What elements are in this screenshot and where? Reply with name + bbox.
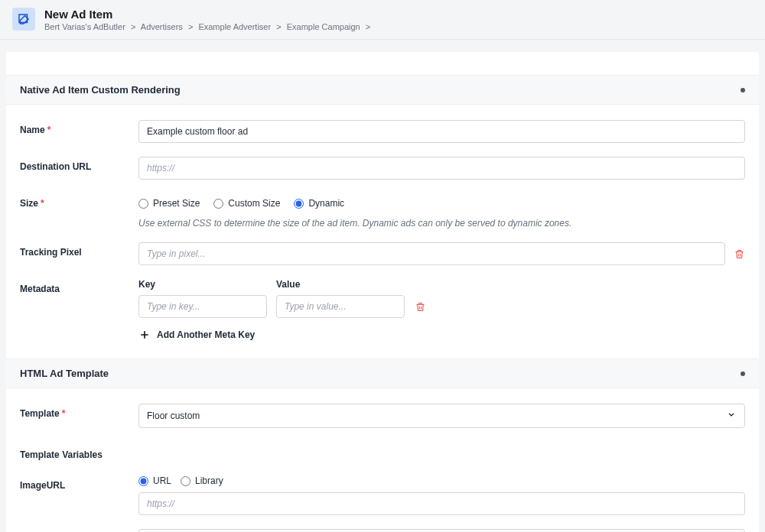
imageurl-option-url[interactable]: URL [138, 475, 171, 486]
breadcrumb: Bert Varias's AdButler > Advertisers > E… [44, 22, 373, 31]
plus-icon [138, 329, 151, 341]
imageurl-input[interactable] [138, 492, 745, 515]
label-html-script: HTML / Script (read-only) [20, 529, 138, 532]
section-title: HTML Ad Template [20, 368, 109, 379]
destination-url-input[interactable] [138, 157, 745, 180]
section-title: Native Ad Item Custom Rendering [20, 84, 181, 96]
metadata-key-input[interactable] [138, 295, 267, 318]
size-radio-group: Preset Size Custom Size Dynamic [138, 193, 745, 213]
breadcrumb-item[interactable]: Advertisers [141, 22, 183, 31]
imageurl-option-library[interactable]: Library [181, 475, 223, 486]
trash-icon [734, 248, 745, 260]
status-dot-icon [741, 88, 745, 92]
metadata-key-heading: Key [138, 279, 267, 290]
trash-icon [415, 301, 426, 313]
metadata-value-input[interactable] [276, 295, 405, 318]
section-header-template: HTML Ad Template [6, 358, 759, 388]
label-metadata: Metadata [20, 279, 138, 294]
page-title: New Ad Item [44, 8, 373, 21]
imageurl-radio-group: URL Library [138, 475, 745, 486]
tracking-pixel-input[interactable] [138, 242, 725, 265]
name-input[interactable] [138, 120, 745, 143]
breadcrumb-item[interactable]: Example Campaign [287, 22, 360, 31]
page-header: New Ad Item Bert Varias's AdButler > Adv… [0, 0, 765, 40]
template-select[interactable]: Floor custom [138, 404, 745, 428]
size-option-preset[interactable]: Preset Size [138, 198, 200, 209]
label-tracking-pixel: Tracking Pixel [20, 242, 138, 258]
add-meta-key-button[interactable]: Add Another Meta Key [138, 329, 255, 341]
size-option-dynamic[interactable]: Dynamic [294, 198, 344, 209]
delete-pixel-button[interactable] [733, 248, 745, 260]
breadcrumb-item[interactable]: Example Advertiser [198, 22, 271, 31]
label-imageurl: ImageURL [20, 475, 138, 491]
metadata-value-heading: Value [276, 279, 405, 290]
label-template: Template* [20, 404, 138, 419]
label-destination-url: Destination URL [20, 157, 138, 172]
label-name: Name* [20, 120, 138, 135]
native-ad-panel: Native Ad Item Custom Rendering Name* De… [6, 52, 759, 532]
breadcrumb-item[interactable]: Bert Varias's AdButler [44, 22, 125, 31]
html-script-readonly: <!DOCTYPE html> <html lang="en"> <head> … [138, 529, 745, 532]
label-template-variables: Template Variables [20, 445, 138, 460]
size-option-custom[interactable]: Custom Size [213, 198, 280, 209]
label-size: Size* [20, 193, 138, 209]
edit-icon [12, 8, 35, 31]
status-dot-icon [741, 371, 745, 376]
size-helper-text: Use external CSS to determine the size o… [138, 218, 745, 229]
delete-metadata-button[interactable] [414, 300, 426, 313]
section-header-native: Native Ad Item Custom Rendering [6, 75, 759, 105]
